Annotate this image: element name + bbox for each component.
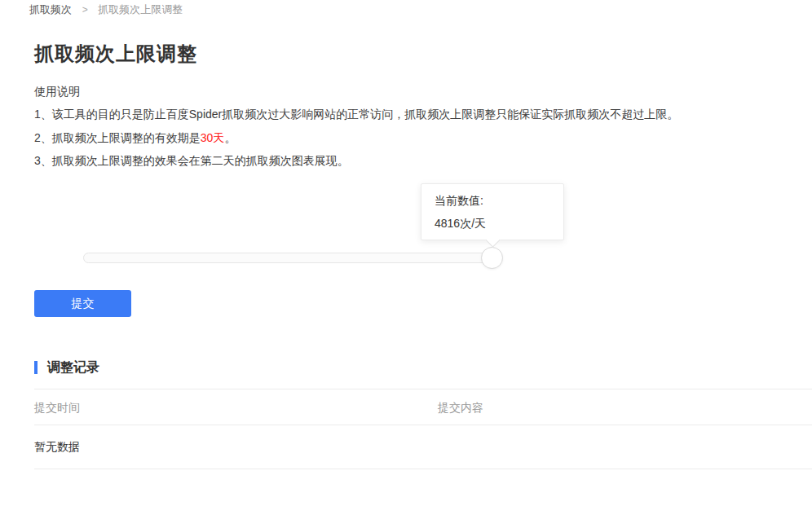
slider-handle[interactable] (481, 247, 503, 269)
submit-button[interactable]: 提交 (34, 290, 131, 317)
slider-tooltip: 当前数值: 4816次/天 (421, 183, 564, 240)
records-section-title: 调整记录 (47, 359, 99, 376)
breadcrumb-item-current: 抓取频次上限调整 (98, 3, 183, 15)
records-divider-top (34, 389, 812, 389)
records-divider-bottom (34, 469, 812, 469)
breadcrumb-item-crawl-frequency[interactable]: 抓取频次 (29, 3, 72, 15)
usage-heading: 使用说明 (34, 85, 80, 99)
usage-line-2: 2、抓取频次上限调整的有效期是30天。 (34, 131, 236, 146)
breadcrumb: 抓取频次 > 抓取频次上限调整 (29, 2, 183, 17)
tooltip-arrow (485, 232, 500, 247)
records-section-header: 调整记录 (34, 360, 99, 375)
usage-line-2-highlight: 30天 (201, 131, 225, 144)
usage-line-2-suffix: 。 (224, 131, 236, 144)
column-header-submit-time: 提交时间 (34, 401, 80, 416)
usage-line-1: 1、该工具的目的只是防止百度Spider抓取频次过大影响网站的正常访问，抓取频次… (34, 108, 678, 122)
column-header-submit-content: 提交内容 (438, 401, 483, 416)
breadcrumb-separator-icon: > (82, 4, 88, 15)
crawl-limit-page: 抓取频次 > 抓取频次上限调整 抓取频次上限调整 使用说明 1、该工具的目的只是… (0, 0, 812, 506)
accent-bar (34, 361, 38, 374)
usage-line-2-prefix: 2、抓取频次上限调整的有效期是 (34, 131, 201, 144)
table-header-divider (34, 425, 812, 425)
tooltip-label: 当前数值: (435, 194, 483, 209)
slider-track[interactable] (83, 253, 502, 263)
empty-state-text: 暂无数据 (34, 440, 80, 455)
tooltip-current-value: 4816次/天 (435, 217, 486, 231)
usage-line-3: 3、抓取频次上限调整的效果会在第二天的抓取频次图表展现。 (34, 154, 349, 169)
page-title: 抓取频次上限调整 (34, 41, 197, 67)
